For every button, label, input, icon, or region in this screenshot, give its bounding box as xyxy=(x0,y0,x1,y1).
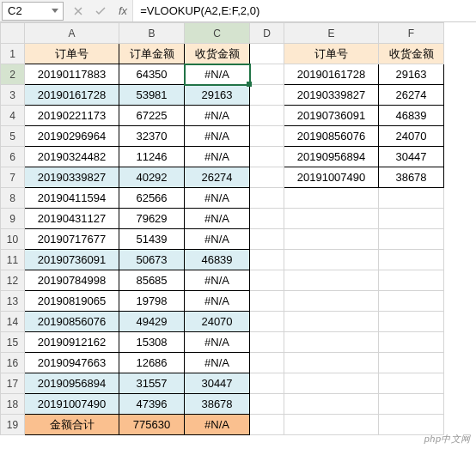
lookup-recv[interactable]: 38678 xyxy=(379,167,444,188)
cell-order[interactable]: 20190161728 xyxy=(25,85,119,106)
cell-F8[interactable] xyxy=(379,188,444,209)
cell-amount[interactable]: 67225 xyxy=(119,106,185,126)
cell-order[interactable]: 20190717677 xyxy=(25,229,119,250)
cell-F14[interactable] xyxy=(379,312,444,332)
cell-E18[interactable] xyxy=(284,394,379,415)
header-order[interactable]: 订单号 xyxy=(25,44,119,64)
cell-D6[interactable] xyxy=(250,147,284,167)
cell-E14[interactable] xyxy=(284,312,379,332)
cell-order[interactable]: 20190784998 xyxy=(25,270,119,291)
cell-order[interactable]: 20190324482 xyxy=(25,147,119,167)
cell-order[interactable]: 20190856076 xyxy=(25,312,119,332)
cell-recv[interactable]: 38678 xyxy=(185,394,250,415)
name-box-dropdown-icon[interactable] xyxy=(49,5,61,17)
fx-icon[interactable]: fx xyxy=(119,4,127,17)
cell-E15[interactable] xyxy=(284,332,379,353)
lookup-order[interactable]: 20190161728 xyxy=(284,64,379,85)
cell-F12[interactable] xyxy=(379,270,444,291)
cell-E10[interactable] xyxy=(284,229,379,250)
lookup-recv[interactable]: 26274 xyxy=(379,85,444,106)
cell-F9[interactable] xyxy=(379,209,444,229)
lookup-recv[interactable]: 24070 xyxy=(379,126,444,147)
cell-D10[interactable] xyxy=(250,229,284,250)
row-header-17[interactable]: 17 xyxy=(1,373,25,394)
cell-amount[interactable]: 31557 xyxy=(119,373,185,394)
col-header-A[interactable]: A xyxy=(25,23,119,44)
cell-F11[interactable] xyxy=(379,250,444,270)
cell-amount[interactable]: 15308 xyxy=(119,332,185,353)
cell-order[interactable]: 20190431127 xyxy=(25,209,119,229)
lookup-recv[interactable]: 46839 xyxy=(379,106,444,126)
cell-recv[interactable]: #N/A xyxy=(185,147,250,167)
row-header-12[interactable]: 12 xyxy=(1,270,25,291)
cell-order[interactable]: 20191007490 xyxy=(25,394,119,415)
cell-recv[interactable]: #N/A xyxy=(185,64,250,85)
cell-recv[interactable]: #N/A xyxy=(185,353,250,373)
col-header-B[interactable]: B xyxy=(119,23,185,44)
row-header-11[interactable]: 11 xyxy=(1,250,25,270)
cell-recv[interactable]: #N/A xyxy=(185,188,250,209)
cell-order[interactable]: 20190947663 xyxy=(25,353,119,373)
cell-recv[interactable]: 29163 xyxy=(185,85,250,106)
cell-D12[interactable] xyxy=(250,270,284,291)
cell-F16[interactable] xyxy=(379,353,444,373)
cell-D11[interactable] xyxy=(250,250,284,270)
cell-D13[interactable] xyxy=(250,291,284,312)
lookup-recv[interactable]: 29163 xyxy=(379,64,444,85)
cell-D17[interactable] xyxy=(250,373,284,394)
cell-amount[interactable]: 19798 xyxy=(119,291,185,312)
cell-recv[interactable]: 30447 xyxy=(185,373,250,394)
row-header-18[interactable]: 18 xyxy=(1,394,25,415)
cell-amount[interactable]: 49429 xyxy=(119,312,185,332)
lookup-recv[interactable]: 30447 xyxy=(379,147,444,167)
header-recv[interactable]: 收货金额 xyxy=(185,44,250,64)
cell-amount[interactable]: 47396 xyxy=(119,394,185,415)
lookup-order[interactable]: 20191007490 xyxy=(284,167,379,188)
cell-recv[interactable]: #N/A xyxy=(185,332,250,353)
cell-order[interactable]: 20190956894 xyxy=(25,373,119,394)
cell-order[interactable]: 20190736091 xyxy=(25,250,119,270)
cell-D19[interactable] xyxy=(250,415,284,435)
cell-amount[interactable]: 62566 xyxy=(119,188,185,209)
cell-recv[interactable]: #N/A xyxy=(185,209,250,229)
cell-D16[interactable] xyxy=(250,353,284,373)
cell-order[interactable]: 20190221173 xyxy=(25,106,119,126)
name-box[interactable]: C2 xyxy=(2,2,64,21)
row-header-7[interactable]: 7 xyxy=(1,167,25,188)
cell-D9[interactable] xyxy=(250,209,284,229)
cell-recv[interactable]: #N/A xyxy=(185,291,250,312)
row-header-16[interactable]: 16 xyxy=(1,353,25,373)
cell-D3[interactable] xyxy=(250,85,284,106)
total-amount[interactable]: 775630 xyxy=(119,415,185,435)
cell-amount[interactable]: 79629 xyxy=(119,209,185,229)
cell-E11[interactable] xyxy=(284,250,379,270)
lookup-header-recv[interactable]: 收货金额 xyxy=(379,44,444,64)
cell-amount[interactable]: 51439 xyxy=(119,229,185,250)
cell-order[interactable]: 20190912162 xyxy=(25,332,119,353)
cell-D7[interactable] xyxy=(250,167,284,188)
col-header-E[interactable]: E xyxy=(284,23,379,44)
row-header-1[interactable]: 1 xyxy=(1,44,25,64)
cell-amount[interactable]: 64350 xyxy=(119,64,185,85)
cell-order[interactable]: 20190819065 xyxy=(25,291,119,312)
lookup-order[interactable]: 20190736091 xyxy=(284,106,379,126)
cell-D5[interactable] xyxy=(250,126,284,147)
lookup-header-order[interactable]: 订单号 xyxy=(284,44,379,64)
row-header-14[interactable]: 14 xyxy=(1,312,25,332)
row-header-6[interactable]: 6 xyxy=(1,147,25,167)
cell-amount[interactable]: 32370 xyxy=(119,126,185,147)
cell-amount[interactable]: 53981 xyxy=(119,85,185,106)
cell-recv[interactable]: 46839 xyxy=(185,250,250,270)
total-recv[interactable]: #N/A xyxy=(185,415,250,435)
lookup-order[interactable]: 20190856076 xyxy=(284,126,379,147)
row-header-19[interactable]: 19 xyxy=(1,415,25,435)
cell-E9[interactable] xyxy=(284,209,379,229)
cell-D18[interactable] xyxy=(250,394,284,415)
col-header-F[interactable]: F xyxy=(379,23,444,44)
cell-E8[interactable] xyxy=(284,188,379,209)
cell-recv[interactable]: #N/A xyxy=(185,106,250,126)
cell-F18[interactable] xyxy=(379,394,444,415)
cell-F15[interactable] xyxy=(379,332,444,353)
cell-D14[interactable] xyxy=(250,312,284,332)
cell-E19[interactable] xyxy=(284,415,379,435)
